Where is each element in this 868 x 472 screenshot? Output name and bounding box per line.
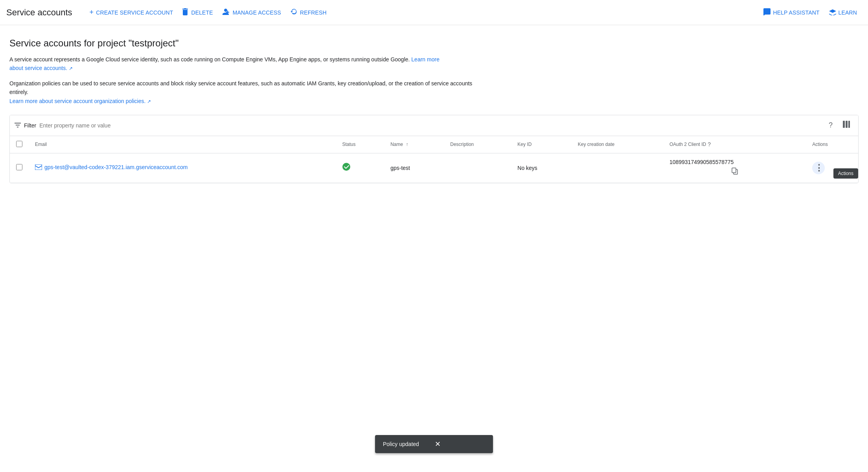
filter-label: Filter	[24, 122, 36, 129]
oauth-client-id-header: OAuth 2 Client ID ?	[663, 136, 806, 153]
sort-icon: ↑	[406, 142, 408, 147]
row-select-cell	[10, 153, 29, 183]
org-policy-text: Organization policies can be used to sec…	[9, 79, 473, 105]
filter-table-wrapper: Filter ?	[9, 115, 859, 183]
status-header: Status	[336, 136, 384, 153]
key-id-cell: No keys	[511, 153, 571, 183]
description-cell	[444, 153, 511, 183]
learn-icon	[829, 8, 836, 17]
delete-button-label: DELETE	[191, 9, 213, 16]
service-account-icon	[35, 164, 42, 171]
manage-icon	[223, 9, 230, 16]
description-text: A service account represents a Google Cl…	[9, 55, 442, 73]
column-selector-button[interactable]	[839, 118, 853, 133]
delete-icon	[182, 8, 189, 17]
email-header: Email	[29, 136, 336, 153]
plus-icon: +	[90, 8, 94, 17]
main-content: Service accounts for project "testprojec…	[0, 25, 868, 193]
toolbar: Service accounts + CREATE SERVICE ACCOUN…	[0, 0, 868, 25]
create-service-account-button[interactable]: + CREATE SERVICE ACCOUNT	[85, 5, 178, 20]
project-page-title: Service accounts for project "testprojec…	[9, 38, 859, 49]
service-accounts-table: Email Status Name ↑ Description Key ID	[10, 136, 858, 183]
svg-rect-6	[732, 168, 736, 173]
more-vert-icon: ⋮	[815, 163, 823, 173]
learn-button[interactable]: LEARN	[824, 5, 862, 20]
oauth-help-icon[interactable]: ?	[708, 141, 711, 148]
actions-menu-button[interactable]: ⋮	[812, 162, 825, 174]
table-row: gps-test@vaulted-codex-379221.iam.gservi…	[10, 153, 858, 183]
oauth-client-id-cell: 108993174990585578775	[663, 153, 806, 183]
key-creation-date-header: Key creation date	[572, 136, 663, 153]
status-cell	[336, 153, 384, 183]
svg-rect-1	[846, 121, 848, 128]
status-active-icon	[342, 164, 351, 173]
select-all-checkbox[interactable]	[16, 141, 22, 147]
table-header-row: Email Status Name ↑ Description Key ID	[10, 136, 858, 153]
manage-access-button-label: MANAGE ACCESS	[233, 9, 281, 16]
help-assistant-button-label: HELP ASSISTANT	[773, 9, 819, 16]
filter-icon	[15, 122, 21, 129]
manage-access-button[interactable]: MANAGE ACCESS	[218, 6, 286, 19]
email-link[interactable]: gps-test@vaulted-codex-379221.iam.gservi…	[35, 164, 329, 171]
name-cell: gps-test	[384, 153, 444, 183]
external-link-icon: ↗	[69, 66, 73, 71]
key-creation-date-cell	[572, 153, 663, 183]
key-id-header: Key ID	[511, 136, 571, 153]
page-title: Service accounts	[6, 7, 72, 18]
svg-rect-0	[843, 121, 845, 128]
actions-cell: ⋮ Actions	[806, 153, 858, 183]
org-external-link-icon: ↗	[147, 99, 151, 104]
svg-point-4	[342, 163, 350, 171]
help-assistant-button[interactable]: HELP ASSISTANT	[759, 5, 824, 20]
refresh-button-label: REFRESH	[300, 9, 327, 16]
delete-button[interactable]: DELETE	[178, 5, 217, 20]
filter-input[interactable]	[39, 122, 824, 129]
name-header[interactable]: Name ↑	[384, 136, 444, 153]
svg-rect-2	[848, 121, 850, 128]
filter-bar: Filter ?	[10, 115, 858, 136]
learn-button-label: LEARN	[839, 9, 857, 16]
help-assistant-icon	[763, 8, 771, 17]
email-cell: gps-test@vaulted-codex-379221.iam.gservi…	[29, 153, 336, 183]
copy-icon	[732, 169, 738, 176]
description-header: Description	[444, 136, 511, 153]
svg-rect-3	[35, 164, 42, 170]
actions-header: Actions	[806, 136, 858, 153]
create-button-label: CREATE SERVICE ACCOUNT	[96, 9, 173, 16]
row-checkbox[interactable]	[16, 164, 22, 170]
refresh-button[interactable]: REFRESH	[286, 5, 331, 20]
select-all-header	[10, 136, 29, 153]
filter-help-button[interactable]: ?	[824, 118, 838, 133]
question-mark-icon: ?	[829, 121, 833, 129]
filter-actions: ?	[824, 118, 853, 133]
copy-oauth-id-button[interactable]	[669, 167, 800, 177]
actions-tooltip: Actions	[833, 168, 858, 179]
columns-icon	[842, 120, 850, 130]
org-policy-link[interactable]: Learn more about service account organiz…	[9, 98, 151, 104]
refresh-icon	[291, 8, 298, 17]
